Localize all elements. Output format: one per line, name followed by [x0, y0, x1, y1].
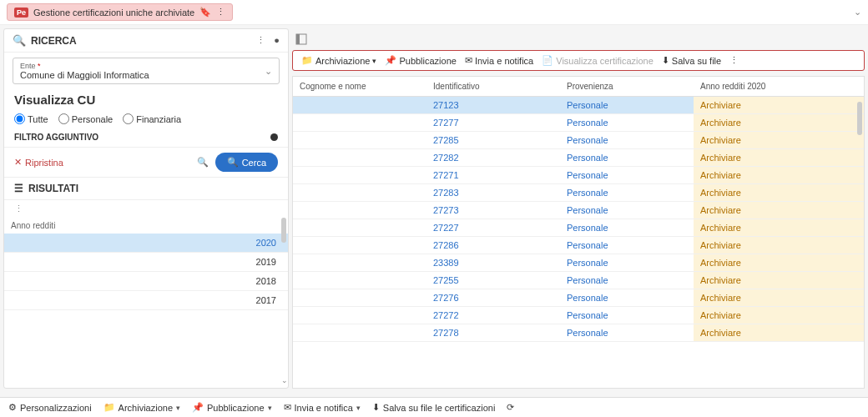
prov-link[interactable]: Personale [567, 188, 608, 198]
toolbar-salva[interactable]: ⬇ Salva su file [662, 55, 721, 66]
prov-link[interactable]: Personale [567, 223, 608, 233]
cell-id: 27276 [426, 289, 560, 306]
toolbar-archiviazione[interactable]: 📁 Archiviazione ▾ [301, 55, 376, 66]
table-row[interactable]: 27271PersonaleArchiviare [293, 167, 864, 184]
mail-icon: ✉ [284, 402, 291, 413]
prov-link[interactable]: Personale [567, 153, 608, 163]
prov-link[interactable]: Personale [567, 240, 608, 250]
footer-personalizzazioni[interactable]: ⚙ Personalizzazioni [8, 402, 92, 413]
cell-id: 27285 [426, 132, 560, 148]
table-row[interactable]: 27286PersonaleArchiviare [293, 237, 864, 254]
chevron-down-icon[interactable]: ⌄ [854, 7, 861, 18]
id-link[interactable]: 27272 [433, 310, 459, 320]
table-row[interactable]: 27278PersonaleArchiviare [293, 324, 864, 342]
cell-id: 27277 [426, 114, 560, 131]
ripristina-button[interactable]: ✕ Ripristina [14, 157, 63, 168]
radio-personale[interactable]: Personale [58, 113, 114, 124]
cell-cognome [293, 254, 426, 271]
year-row[interactable]: 2020 [4, 234, 288, 253]
prov-link[interactable]: Personale [567, 118, 608, 128]
footer-refresh[interactable]: ⟳ [507, 402, 514, 413]
radio-finanziaria[interactable]: Finanziaria [123, 113, 181, 124]
id-link[interactable]: 27227 [433, 223, 459, 233]
table-row[interactable]: 27276PersonaleArchiviare [293, 289, 864, 307]
toolbar-pubblicazione[interactable]: 📌 Pubblicazione [385, 55, 457, 66]
id-link[interactable]: 27283 [433, 188, 459, 198]
id-link[interactable]: 27123 [433, 100, 459, 110]
table-row[interactable]: 27227PersonaleArchiviare [293, 219, 864, 237]
id-link[interactable]: 27286 [433, 240, 459, 250]
prov-link[interactable]: Personale [567, 100, 608, 110]
cerca-button[interactable]: 🔍 Cerca [215, 153, 278, 172]
year-row[interactable]: 2019 [4, 253, 288, 272]
ricerca-close-icon[interactable]: ● [274, 35, 280, 46]
id-link[interactable]: 27271 [433, 170, 459, 180]
id-link[interactable]: 27277 [433, 118, 459, 128]
cell-prov: Personale [560, 307, 694, 324]
prov-link[interactable]: Personale [567, 293, 608, 303]
radio-tutte[interactable]: Tutte [14, 113, 48, 124]
document-icon: 📄 [542, 55, 553, 66]
table-row[interactable]: 27273PersonaleArchiviare [293, 202, 864, 219]
col-anno[interactable]: Anno redditi 2020 [694, 77, 864, 96]
id-link[interactable]: 27285 [433, 135, 459, 145]
scrollbar[interactable] [857, 102, 862, 135]
footer-salva[interactable]: ⬇ Salva su file le certificazioni [372, 402, 496, 413]
cell-prov: Personale [560, 272, 694, 289]
scroll-down-icon[interactable]: ⌄ [281, 376, 286, 384]
bookmark-icon[interactable]: 🔖 [199, 7, 211, 18]
toolbar-more-icon[interactable]: ⋮ [729, 55, 739, 66]
zoom-icon[interactable]: 🔍 [197, 157, 209, 168]
panel-toggle-icon[interactable] [292, 28, 310, 50]
prov-link[interactable]: Personale [567, 328, 608, 338]
table-row[interactable]: 27285PersonaleArchiviare [293, 132, 864, 149]
col-provenienza[interactable]: Provenienza [560, 77, 694, 96]
more-icon[interactable]: ⋮ [216, 7, 225, 18]
risultati-more-icon[interactable]: ⋮ [4, 200, 288, 218]
chevron-down-icon: ▾ [356, 404, 361, 412]
download-icon: ⬇ [662, 55, 669, 66]
col-cognome[interactable]: Cognome e nome [293, 77, 426, 96]
prov-link[interactable]: Personale [567, 275, 608, 285]
year-row[interactable]: 2017 [4, 291, 288, 310]
year-row[interactable]: 2018 [4, 272, 288, 291]
table-row[interactable]: 23389PersonaleArchiviare [293, 254, 864, 272]
svg-rect-1 [296, 34, 300, 44]
prov-link[interactable]: Personale [567, 310, 608, 320]
id-link[interactable]: 27282 [433, 153, 459, 163]
scrollbar[interactable] [281, 218, 286, 243]
table-row[interactable]: 27255PersonaleArchiviare [293, 272, 864, 289]
ricerca-more-icon[interactable]: ⋮ [256, 35, 265, 46]
chevron-down-icon: ▾ [268, 404, 272, 412]
cell-anno: Archiviare [694, 114, 864, 131]
breadcrumb[interactable]: Pe Gestione certificazioni uniche archiv… [7, 3, 233, 21]
cell-prov: Personale [560, 289, 694, 306]
table-row[interactable]: 27282PersonaleArchiviare [293, 149, 864, 167]
toolbar-invia[interactable]: ✉ Invia e notifica [465, 55, 533, 66]
col-identificativo[interactable]: Identificativo [426, 77, 560, 96]
footer-archiviazione[interactable]: 📁 Archiviazione ▾ [103, 402, 180, 413]
breadcrumb-title: Gestione certificazioni uniche archiviat… [33, 8, 194, 18]
filtro-label: FILTRO AGGIUNTIVO [14, 133, 98, 142]
id-link[interactable]: 27278 [433, 328, 459, 338]
prov-link[interactable]: Personale [567, 170, 608, 180]
id-link[interactable]: 27255 [433, 275, 459, 285]
prov-link[interactable]: Personale [567, 205, 608, 215]
ente-select[interactable]: Ente * Comune di Maggioli Informatica ⌄ [13, 58, 280, 84]
cell-id: 27282 [426, 149, 560, 166]
table-row[interactable]: 27123PersonaleArchiviare [293, 97, 864, 114]
pin-icon: 📌 [385, 55, 396, 66]
cell-cognome [293, 184, 426, 201]
id-link[interactable]: 27276 [433, 293, 459, 303]
id-link[interactable]: 23389 [433, 258, 459, 268]
table-row[interactable]: 27272PersonaleArchiviare [293, 307, 864, 324]
prov-link[interactable]: Personale [567, 135, 608, 145]
filtro-aggiuntivo[interactable]: FILTRO AGGIUNTIVO [4, 128, 288, 147]
footer-invia[interactable]: ✉ Invia e notifica ▾ [284, 402, 361, 413]
table-row[interactable]: 27283PersonaleArchiviare [293, 184, 864, 202]
table-row[interactable]: 27277PersonaleArchiviare [293, 114, 864, 132]
id-link[interactable]: 27273 [433, 205, 459, 215]
prov-link[interactable]: Personale [567, 258, 608, 268]
footer-pubblicazione[interactable]: 📌 Pubblicazione ▾ [192, 402, 272, 413]
cell-anno: Archiviare [694, 167, 864, 183]
